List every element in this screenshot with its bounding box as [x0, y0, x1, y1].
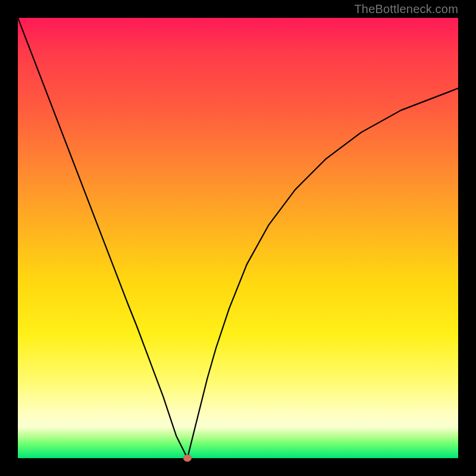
- chart-frame: TheBottleneck.com: [0, 0, 476, 476]
- heat-gradient-background: [18, 18, 458, 458]
- optimum-marker: [183, 455, 192, 462]
- watermark-text: TheBottleneck.com: [354, 2, 458, 16]
